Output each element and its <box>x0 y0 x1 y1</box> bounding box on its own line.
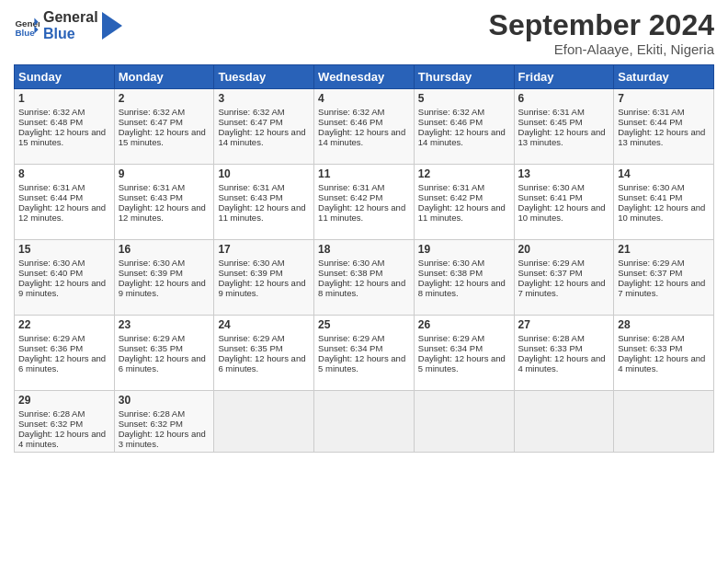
location-subtitle: Efon-Alaaye, Ekiti, Nigeria <box>489 41 714 57</box>
day-cell: 3 Sunrise: 6:32 AMSunset: 6:47 PMDayligh… <box>214 89 314 165</box>
table-row: 1 Sunrise: 6:32 AMSunset: 6:48 PMDayligh… <box>15 89 714 165</box>
calendar-table: Sunday Monday Tuesday Wednesday Thursday… <box>14 64 714 453</box>
day-cell: 23 Sunrise: 6:29 AMSunset: 6:35 PMDaylig… <box>114 316 214 391</box>
page-container: General Blue General Blue September 2024… <box>0 0 728 563</box>
col-sunday: Sunday <box>15 65 115 89</box>
day-cell: 9 Sunrise: 6:31 AMSunset: 6:43 PMDayligh… <box>114 165 214 240</box>
day-cell: 27 Sunrise: 6:28 AMSunset: 6:33 PMDaylig… <box>514 316 614 391</box>
day-cell: 24 Sunrise: 6:29 AMSunset: 6:35 PMDaylig… <box>214 316 314 391</box>
day-cell-empty <box>514 391 614 453</box>
day-cell-empty <box>414 391 514 453</box>
day-cell: 6 Sunrise: 6:31 AMSunset: 6:45 PMDayligh… <box>514 89 614 165</box>
day-cell: 15 Sunrise: 6:30 AMSunset: 6:40 PMDaylig… <box>15 240 115 316</box>
day-cell: 20 Sunrise: 6:29 AMSunset: 6:37 PMDaylig… <box>514 240 614 316</box>
table-row: 22 Sunrise: 6:29 AMSunset: 6:36 PMDaylig… <box>15 316 714 391</box>
col-wednesday: Wednesday <box>314 65 415 89</box>
day-cell: 4 Sunrise: 6:32 AMSunset: 6:46 PMDayligh… <box>314 89 415 165</box>
day-cell-empty <box>214 391 314 453</box>
day-cell: 30 Sunrise: 6:28 AMSunset: 6:32 PMDaylig… <box>114 391 214 453</box>
day-cell-empty <box>614 391 714 453</box>
day-cell: 19 Sunrise: 6:30 AMSunset: 6:38 PMDaylig… <box>414 240 514 316</box>
day-cell: 5 Sunrise: 6:32 AMSunset: 6:46 PMDayligh… <box>414 89 514 165</box>
day-cell: 2 Sunrise: 6:32 AMSunset: 6:47 PMDayligh… <box>114 89 214 165</box>
col-thursday: Thursday <box>414 65 514 89</box>
logo-text-blue: Blue <box>43 26 98 42</box>
logo: General Blue General Blue <box>14 9 122 41</box>
month-year-title: September 2024 <box>489 9 714 41</box>
day-cell: 21 Sunrise: 6:29 AMSunset: 6:37 PMDaylig… <box>614 240 714 316</box>
day-cell: 28 Sunrise: 6:28 AMSunset: 6:33 PMDaylig… <box>614 316 714 391</box>
day-cell-empty <box>314 391 415 453</box>
svg-marker-3 <box>102 12 122 40</box>
table-row: 8 Sunrise: 6:31 AMSunset: 6:44 PMDayligh… <box>15 165 714 240</box>
col-tuesday: Tuesday <box>214 65 314 89</box>
day-cell: 26 Sunrise: 6:29 AMSunset: 6:34 PMDaylig… <box>414 316 514 391</box>
logo-icon: General Blue <box>14 13 40 39</box>
day-cell: 12 Sunrise: 6:31 AMSunset: 6:42 PMDaylig… <box>414 165 514 240</box>
title-block: September 2024 Efon-Alaaye, Ekiti, Niger… <box>489 9 714 57</box>
day-cell: 13 Sunrise: 6:30 AMSunset: 6:41 PMDaylig… <box>514 165 614 240</box>
day-cell: 18 Sunrise: 6:30 AMSunset: 6:38 PMDaylig… <box>314 240 415 316</box>
day-cell: 8 Sunrise: 6:31 AMSunset: 6:44 PMDayligh… <box>15 165 115 240</box>
header: General Blue General Blue September 2024… <box>14 9 714 57</box>
col-saturday: Saturday <box>614 65 714 89</box>
day-cell: 29 Sunrise: 6:28 AMSunset: 6:32 PMDaylig… <box>15 391 115 453</box>
table-row: 15 Sunrise: 6:30 AMSunset: 6:40 PMDaylig… <box>15 240 714 316</box>
col-monday: Monday <box>114 65 214 89</box>
day-cell: 10 Sunrise: 6:31 AMSunset: 6:43 PMDaylig… <box>214 165 314 240</box>
svg-text:Blue: Blue <box>15 27 35 37</box>
day-cell: 16 Sunrise: 6:30 AMSunset: 6:39 PMDaylig… <box>114 240 214 316</box>
day-cell: 1 Sunrise: 6:32 AMSunset: 6:48 PMDayligh… <box>15 89 115 165</box>
logo-arrow-icon <box>102 12 122 40</box>
day-cell: 22 Sunrise: 6:29 AMSunset: 6:36 PMDaylig… <box>15 316 115 391</box>
day-cell: 17 Sunrise: 6:30 AMSunset: 6:39 PMDaylig… <box>214 240 314 316</box>
day-cell: 7 Sunrise: 6:31 AMSunset: 6:44 PMDayligh… <box>614 89 714 165</box>
day-cell: 25 Sunrise: 6:29 AMSunset: 6:34 PMDaylig… <box>314 316 415 391</box>
day-cell: 14 Sunrise: 6:30 AMSunset: 6:41 PMDaylig… <box>614 165 714 240</box>
col-friday: Friday <box>514 65 614 89</box>
day-cell: 11 Sunrise: 6:31 AMSunset: 6:42 PMDaylig… <box>314 165 415 240</box>
table-row: 29 Sunrise: 6:28 AMSunset: 6:32 PMDaylig… <box>15 391 714 453</box>
logo-text-general: General <box>43 9 98 26</box>
